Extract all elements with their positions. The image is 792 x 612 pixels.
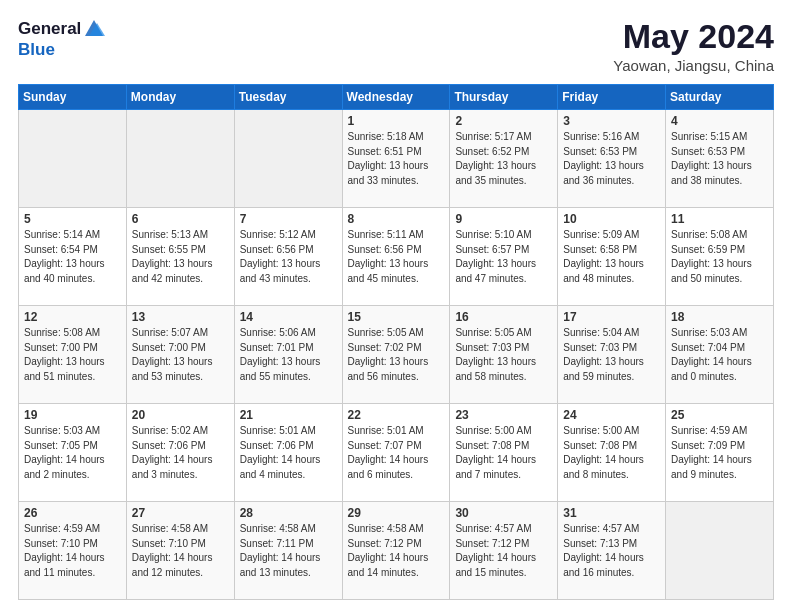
header-row: Sunday Monday Tuesday Wednesday Thursday…	[19, 85, 774, 110]
col-friday: Friday	[558, 85, 666, 110]
day-number: 2	[455, 114, 552, 128]
day-number: 30	[455, 506, 552, 520]
table-row: 7Sunrise: 5:12 AMSunset: 6:56 PMDaylight…	[234, 208, 342, 306]
cell-content: Sunrise: 5:08 AMSunset: 7:00 PMDaylight:…	[24, 326, 121, 384]
day-number: 20	[132, 408, 229, 422]
col-thursday: Thursday	[450, 85, 558, 110]
table-row: 23Sunrise: 5:00 AMSunset: 7:08 PMDayligh…	[450, 404, 558, 502]
table-row: 29Sunrise: 4:58 AMSunset: 7:12 PMDayligh…	[342, 502, 450, 600]
day-number: 29	[348, 506, 445, 520]
table-row: 17Sunrise: 5:04 AMSunset: 7:03 PMDayligh…	[558, 306, 666, 404]
day-number: 22	[348, 408, 445, 422]
table-row: 27Sunrise: 4:58 AMSunset: 7:10 PMDayligh…	[126, 502, 234, 600]
day-number: 9	[455, 212, 552, 226]
table-row: 25Sunrise: 4:59 AMSunset: 7:09 PMDayligh…	[666, 404, 774, 502]
table-row: 9Sunrise: 5:10 AMSunset: 6:57 PMDaylight…	[450, 208, 558, 306]
day-number: 15	[348, 310, 445, 324]
cell-content: Sunrise: 5:06 AMSunset: 7:01 PMDaylight:…	[240, 326, 337, 384]
cell-content: Sunrise: 5:12 AMSunset: 6:56 PMDaylight:…	[240, 228, 337, 286]
table-row: 22Sunrise: 5:01 AMSunset: 7:07 PMDayligh…	[342, 404, 450, 502]
table-row: 8Sunrise: 5:11 AMSunset: 6:56 PMDaylight…	[342, 208, 450, 306]
table-row: 26Sunrise: 4:59 AMSunset: 7:10 PMDayligh…	[19, 502, 127, 600]
table-row: 30Sunrise: 4:57 AMSunset: 7:12 PMDayligh…	[450, 502, 558, 600]
table-row: 28Sunrise: 4:58 AMSunset: 7:11 PMDayligh…	[234, 502, 342, 600]
day-number: 12	[24, 310, 121, 324]
col-saturday: Saturday	[666, 85, 774, 110]
cell-content: Sunrise: 5:09 AMSunset: 6:58 PMDaylight:…	[563, 228, 660, 286]
calendar-week-4: 19Sunrise: 5:03 AMSunset: 7:05 PMDayligh…	[19, 404, 774, 502]
cell-content: Sunrise: 4:58 AMSunset: 7:12 PMDaylight:…	[348, 522, 445, 580]
cell-content: Sunrise: 5:16 AMSunset: 6:53 PMDaylight:…	[563, 130, 660, 188]
col-sunday: Sunday	[19, 85, 127, 110]
table-row: 1Sunrise: 5:18 AMSunset: 6:51 PMDaylight…	[342, 110, 450, 208]
cell-content: Sunrise: 5:03 AMSunset: 7:05 PMDaylight:…	[24, 424, 121, 482]
logo-blue: Blue	[18, 40, 105, 60]
cell-content: Sunrise: 5:17 AMSunset: 6:52 PMDaylight:…	[455, 130, 552, 188]
cell-content: Sunrise: 5:04 AMSunset: 7:03 PMDaylight:…	[563, 326, 660, 384]
day-number: 19	[24, 408, 121, 422]
day-number: 16	[455, 310, 552, 324]
table-row: 31Sunrise: 4:57 AMSunset: 7:13 PMDayligh…	[558, 502, 666, 600]
table-row: 16Sunrise: 5:05 AMSunset: 7:03 PMDayligh…	[450, 306, 558, 404]
day-number: 23	[455, 408, 552, 422]
day-number: 17	[563, 310, 660, 324]
table-row: 10Sunrise: 5:09 AMSunset: 6:58 PMDayligh…	[558, 208, 666, 306]
col-tuesday: Tuesday	[234, 85, 342, 110]
logo: General Blue	[18, 18, 105, 60]
cell-content: Sunrise: 5:03 AMSunset: 7:04 PMDaylight:…	[671, 326, 768, 384]
logo-general: General	[18, 19, 81, 39]
cell-content: Sunrise: 5:18 AMSunset: 6:51 PMDaylight:…	[348, 130, 445, 188]
cell-content: Sunrise: 5:13 AMSunset: 6:55 PMDaylight:…	[132, 228, 229, 286]
table-row	[126, 110, 234, 208]
day-number: 13	[132, 310, 229, 324]
table-row: 12Sunrise: 5:08 AMSunset: 7:00 PMDayligh…	[19, 306, 127, 404]
day-number: 25	[671, 408, 768, 422]
col-monday: Monday	[126, 85, 234, 110]
cell-content: Sunrise: 4:58 AMSunset: 7:11 PMDaylight:…	[240, 522, 337, 580]
table-row	[19, 110, 127, 208]
table-row: 11Sunrise: 5:08 AMSunset: 6:59 PMDayligh…	[666, 208, 774, 306]
day-number: 11	[671, 212, 768, 226]
cell-content: Sunrise: 5:14 AMSunset: 6:54 PMDaylight:…	[24, 228, 121, 286]
table-row: 15Sunrise: 5:05 AMSunset: 7:02 PMDayligh…	[342, 306, 450, 404]
day-number: 3	[563, 114, 660, 128]
cell-content: Sunrise: 5:01 AMSunset: 7:07 PMDaylight:…	[348, 424, 445, 482]
day-number: 6	[132, 212, 229, 226]
cell-content: Sunrise: 4:57 AMSunset: 7:13 PMDaylight:…	[563, 522, 660, 580]
day-number: 28	[240, 506, 337, 520]
cell-content: Sunrise: 4:57 AMSunset: 7:12 PMDaylight:…	[455, 522, 552, 580]
table-row: 20Sunrise: 5:02 AMSunset: 7:06 PMDayligh…	[126, 404, 234, 502]
cell-content: Sunrise: 5:00 AMSunset: 7:08 PMDaylight:…	[563, 424, 660, 482]
table-row	[666, 502, 774, 600]
cell-content: Sunrise: 5:15 AMSunset: 6:53 PMDaylight:…	[671, 130, 768, 188]
header: General Blue May 2024 Yaowan, Jiangsu, C…	[18, 18, 774, 74]
table-row: 4Sunrise: 5:15 AMSunset: 6:53 PMDaylight…	[666, 110, 774, 208]
page: General Blue May 2024 Yaowan, Jiangsu, C…	[0, 0, 792, 612]
col-wednesday: Wednesday	[342, 85, 450, 110]
cell-content: Sunrise: 5:02 AMSunset: 7:06 PMDaylight:…	[132, 424, 229, 482]
cell-content: Sunrise: 5:07 AMSunset: 7:00 PMDaylight:…	[132, 326, 229, 384]
day-number: 14	[240, 310, 337, 324]
day-number: 26	[24, 506, 121, 520]
cell-content: Sunrise: 4:59 AMSunset: 7:10 PMDaylight:…	[24, 522, 121, 580]
table-row	[234, 110, 342, 208]
cell-content: Sunrise: 5:11 AMSunset: 6:56 PMDaylight:…	[348, 228, 445, 286]
day-number: 24	[563, 408, 660, 422]
day-number: 7	[240, 212, 337, 226]
table-row: 24Sunrise: 5:00 AMSunset: 7:08 PMDayligh…	[558, 404, 666, 502]
table-row: 5Sunrise: 5:14 AMSunset: 6:54 PMDaylight…	[19, 208, 127, 306]
calendar-table: Sunday Monday Tuesday Wednesday Thursday…	[18, 84, 774, 600]
calendar-week-3: 12Sunrise: 5:08 AMSunset: 7:00 PMDayligh…	[19, 306, 774, 404]
cell-content: Sunrise: 5:08 AMSunset: 6:59 PMDaylight:…	[671, 228, 768, 286]
calendar-week-2: 5Sunrise: 5:14 AMSunset: 6:54 PMDaylight…	[19, 208, 774, 306]
cell-content: Sunrise: 5:00 AMSunset: 7:08 PMDaylight:…	[455, 424, 552, 482]
day-number: 1	[348, 114, 445, 128]
cell-content: Sunrise: 5:10 AMSunset: 6:57 PMDaylight:…	[455, 228, 552, 286]
cell-content: Sunrise: 4:59 AMSunset: 7:09 PMDaylight:…	[671, 424, 768, 482]
day-number: 31	[563, 506, 660, 520]
subtitle: Yaowan, Jiangsu, China	[613, 57, 774, 74]
calendar-week-5: 26Sunrise: 4:59 AMSunset: 7:10 PMDayligh…	[19, 502, 774, 600]
day-number: 8	[348, 212, 445, 226]
cell-content: Sunrise: 5:05 AMSunset: 7:03 PMDaylight:…	[455, 326, 552, 384]
cell-content: Sunrise: 5:05 AMSunset: 7:02 PMDaylight:…	[348, 326, 445, 384]
